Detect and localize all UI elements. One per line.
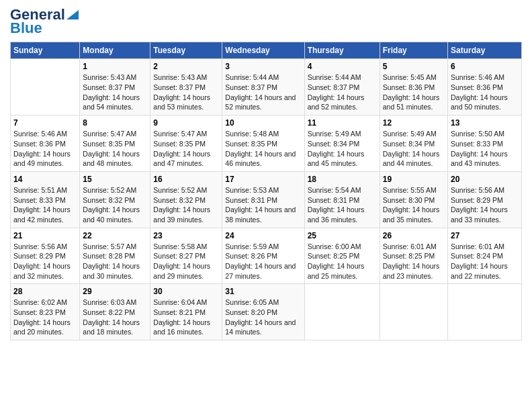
day-cell: 15Sunrise: 5:52 AM Sunset: 8:32 PM Dayli… <box>80 171 150 228</box>
day-number: 30 <box>153 287 219 296</box>
day-number: 17 <box>225 175 301 184</box>
day-info: Sunrise: 6:02 AM Sunset: 8:23 PM Dayligh… <box>13 298 77 337</box>
day-number: 16 <box>153 175 219 184</box>
day-cell: 21Sunrise: 5:56 AM Sunset: 8:29 PM Dayli… <box>11 228 80 284</box>
day-cell <box>380 284 447 340</box>
day-info: Sunrise: 5:53 AM Sunset: 8:31 PM Dayligh… <box>225 185 301 225</box>
day-info: Sunrise: 5:46 AM Sunset: 8:36 PM Dayligh… <box>451 73 519 112</box>
week-row-4: 21Sunrise: 5:56 AM Sunset: 8:29 PM Dayli… <box>11 228 522 284</box>
week-row-5: 28Sunrise: 6:02 AM Sunset: 8:23 PM Dayli… <box>11 284 522 340</box>
day-cell: 18Sunrise: 5:54 AM Sunset: 8:31 PM Dayli… <box>304 171 380 228</box>
day-number: 5 <box>383 62 445 71</box>
day-number: 19 <box>383 175 445 184</box>
day-number: 31 <box>225 287 301 296</box>
day-number: 22 <box>83 231 147 240</box>
day-number: 27 <box>451 231 519 240</box>
day-cell: 23Sunrise: 5:58 AM Sunset: 8:27 PM Dayli… <box>150 228 222 284</box>
day-info: Sunrise: 5:49 AM Sunset: 8:34 PM Dayligh… <box>308 129 377 169</box>
day-number: 3 <box>225 62 301 71</box>
day-info: Sunrise: 5:48 AM Sunset: 8:35 PM Dayligh… <box>225 129 301 169</box>
day-info: Sunrise: 5:58 AM Sunset: 8:27 PM Dayligh… <box>153 242 219 281</box>
day-number: 12 <box>383 118 445 128</box>
day-info: Sunrise: 5:47 AM Sunset: 8:35 PM Dayligh… <box>153 129 219 169</box>
day-number: 8 <box>83 118 147 128</box>
day-number: 24 <box>225 231 301 240</box>
day-info: Sunrise: 5:43 AM Sunset: 8:37 PM Dayligh… <box>83 73 147 112</box>
day-number: 26 <box>383 231 445 240</box>
col-header-wednesday: Wednesday <box>222 42 304 59</box>
day-info: Sunrise: 6:04 AM Sunset: 8:21 PM Dayligh… <box>153 298 219 337</box>
day-number: 18 <box>308 175 377 184</box>
day-cell: 11Sunrise: 5:49 AM Sunset: 8:34 PM Dayli… <box>304 116 380 172</box>
day-number: 4 <box>308 62 377 71</box>
day-cell: 24Sunrise: 5:59 AM Sunset: 8:26 PM Dayli… <box>222 228 304 284</box>
day-number: 9 <box>153 118 219 128</box>
day-cell <box>448 284 522 340</box>
day-info: Sunrise: 6:01 AM Sunset: 8:24 PM Dayligh… <box>451 242 519 281</box>
week-row-3: 14Sunrise: 5:51 AM Sunset: 8:33 PM Dayli… <box>11 171 522 228</box>
day-info: Sunrise: 5:49 AM Sunset: 8:34 PM Dayligh… <box>383 129 445 169</box>
header: General Blue <box>10 7 522 36</box>
day-info: Sunrise: 6:05 AM Sunset: 8:20 PM Dayligh… <box>225 298 301 337</box>
day-cell: 25Sunrise: 6:00 AM Sunset: 8:25 PM Dayli… <box>304 228 380 284</box>
day-cell: 13Sunrise: 5:50 AM Sunset: 8:33 PM Dayli… <box>448 116 522 172</box>
day-info: Sunrise: 5:46 AM Sunset: 8:36 PM Dayligh… <box>13 129 77 169</box>
col-header-thursday: Thursday <box>304 42 380 59</box>
col-header-tuesday: Tuesday <box>150 42 222 59</box>
day-cell: 7Sunrise: 5:46 AM Sunset: 8:36 PM Daylig… <box>11 116 80 172</box>
day-cell: 14Sunrise: 5:51 AM Sunset: 8:33 PM Dayli… <box>11 171 80 228</box>
day-info: Sunrise: 5:59 AM Sunset: 8:26 PM Dayligh… <box>225 242 301 281</box>
day-cell <box>304 284 380 340</box>
day-info: Sunrise: 5:54 AM Sunset: 8:31 PM Dayligh… <box>308 185 377 225</box>
day-cell: 17Sunrise: 5:53 AM Sunset: 8:31 PM Dayli… <box>222 171 304 228</box>
day-cell: 16Sunrise: 5:52 AM Sunset: 8:32 PM Dayli… <box>150 171 222 228</box>
day-number: 29 <box>83 287 147 296</box>
day-cell: 31Sunrise: 6:05 AM Sunset: 8:20 PM Dayli… <box>222 284 304 340</box>
day-cell: 5Sunrise: 5:45 AM Sunset: 8:36 PM Daylig… <box>380 59 447 116</box>
day-number: 15 <box>83 175 147 184</box>
day-cell <box>11 59 80 116</box>
day-number: 21 <box>13 231 77 240</box>
day-cell: 22Sunrise: 5:57 AM Sunset: 8:28 PM Dayli… <box>80 228 150 284</box>
col-header-sunday: Sunday <box>11 42 80 59</box>
day-cell: 4Sunrise: 5:44 AM Sunset: 8:37 PM Daylig… <box>304 59 380 116</box>
day-info: Sunrise: 5:55 AM Sunset: 8:30 PM Dayligh… <box>383 185 445 225</box>
day-cell: 20Sunrise: 5:56 AM Sunset: 8:29 PM Dayli… <box>448 171 522 228</box>
day-info: Sunrise: 5:44 AM Sunset: 8:37 PM Dayligh… <box>225 73 301 112</box>
week-row-1: 1Sunrise: 5:43 AM Sunset: 8:37 PM Daylig… <box>11 59 522 116</box>
day-info: Sunrise: 5:51 AM Sunset: 8:33 PM Dayligh… <box>13 185 77 225</box>
day-cell: 6Sunrise: 5:46 AM Sunset: 8:36 PM Daylig… <box>448 59 522 116</box>
calendar-table: SundayMondayTuesdayWednesdayThursdayFrid… <box>10 42 522 340</box>
day-cell: 30Sunrise: 6:04 AM Sunset: 8:21 PM Dayli… <box>150 284 222 340</box>
header-row: SundayMondayTuesdayWednesdayThursdayFrid… <box>11 42 522 59</box>
svg-marker-0 <box>66 10 79 19</box>
day-info: Sunrise: 5:52 AM Sunset: 8:32 PM Dayligh… <box>83 185 147 225</box>
day-number: 14 <box>13 175 77 184</box>
day-info: Sunrise: 5:47 AM Sunset: 8:35 PM Dayligh… <box>83 129 147 169</box>
day-cell: 27Sunrise: 6:01 AM Sunset: 8:24 PM Dayli… <box>448 228 522 284</box>
day-cell: 28Sunrise: 6:02 AM Sunset: 8:23 PM Dayli… <box>11 284 80 340</box>
day-info: Sunrise: 6:03 AM Sunset: 8:22 PM Dayligh… <box>83 298 147 337</box>
day-number: 6 <box>451 62 519 71</box>
day-info: Sunrise: 5:50 AM Sunset: 8:33 PM Dayligh… <box>451 129 519 169</box>
day-cell: 1Sunrise: 5:43 AM Sunset: 8:37 PM Daylig… <box>80 59 150 116</box>
day-cell: 10Sunrise: 5:48 AM Sunset: 8:35 PM Dayli… <box>222 116 304 172</box>
day-cell: 26Sunrise: 6:01 AM Sunset: 8:25 PM Dayli… <box>380 228 447 284</box>
col-header-saturday: Saturday <box>448 42 522 59</box>
day-number: 20 <box>451 175 519 184</box>
day-cell: 19Sunrise: 5:55 AM Sunset: 8:30 PM Dayli… <box>380 171 447 228</box>
day-cell: 9Sunrise: 5:47 AM Sunset: 8:35 PM Daylig… <box>150 116 222 172</box>
week-row-2: 7Sunrise: 5:46 AM Sunset: 8:36 PM Daylig… <box>11 116 522 172</box>
day-info: Sunrise: 6:01 AM Sunset: 8:25 PM Dayligh… <box>383 242 445 281</box>
day-number: 2 <box>153 62 219 71</box>
day-info: Sunrise: 5:56 AM Sunset: 8:29 PM Dayligh… <box>13 242 77 281</box>
day-number: 13 <box>451 118 519 128</box>
logo-blue: Blue <box>10 20 42 36</box>
col-header-friday: Friday <box>380 42 447 59</box>
main-container: General Blue SundayMondayTuesdayWednesda… <box>0 0 532 347</box>
day-number: 11 <box>308 118 377 128</box>
day-info: Sunrise: 5:44 AM Sunset: 8:37 PM Dayligh… <box>308 73 377 112</box>
day-cell: 3Sunrise: 5:44 AM Sunset: 8:37 PM Daylig… <box>222 59 304 116</box>
day-number: 28 <box>13 287 77 296</box>
day-info: Sunrise: 5:45 AM Sunset: 8:36 PM Dayligh… <box>383 73 445 112</box>
